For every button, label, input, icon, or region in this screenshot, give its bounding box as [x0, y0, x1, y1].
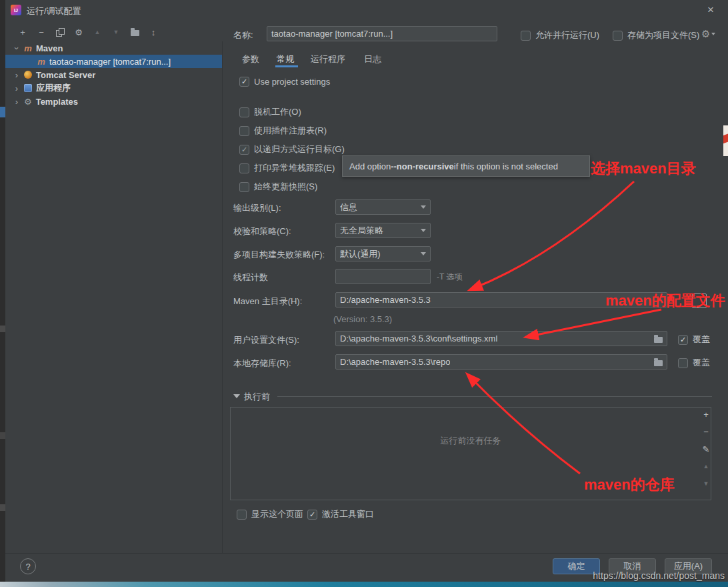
local-repo-override-checkbox[interactable]: 覆盖 — [678, 357, 710, 369]
chevron-down-icon[interactable]: › — [12, 45, 22, 51]
edit-defaults-button[interactable]: ⚙ — [73, 27, 84, 37]
checkbox-label: 使用插件注册表(R) — [254, 125, 327, 137]
maven-home-label: Maven 主目录(H): — [233, 296, 302, 308]
user-settings-label: 用户设置文件(S): — [233, 334, 299, 346]
offline-work-checkbox[interactable]: 脱机工作(O) — [239, 106, 301, 118]
sort-configs-button[interactable]: ↕ — [148, 27, 159, 37]
tree-item-tomcat-server[interactable]: › Tomcat Server — [5, 68, 222, 81]
new-folder-button[interactable] — [129, 27, 140, 37]
tree-item-maven[interactable]: › m Maven — [5, 41, 222, 55]
chevron-down-icon — [421, 252, 426, 255]
thread-count-label: 线程计数 — [233, 271, 268, 283]
checkbox-box — [678, 335, 688, 345]
tab-logs[interactable]: 日志 — [364, 53, 381, 65]
maven-home-input[interactable]: D:/apache-maven-3.5.3 — [335, 292, 667, 308]
local-repo-input[interactable]: D:\apache-maven-3.5.3\repo — [335, 354, 667, 370]
name-value: taotao-manager [tomcat7:run...] — [271, 29, 393, 39]
close-icon[interactable]: × — [704, 3, 717, 17]
folder-icon — [131, 30, 139, 36]
panel-divider[interactable] — [222, 41, 223, 554]
activate-tool-window-checkbox[interactable]: 激活工具窗口 — [307, 508, 374, 520]
input-value: D:/apache-maven-3.5.3 — [340, 295, 431, 305]
before-launch-move-up-button[interactable]: ▲ — [701, 460, 711, 472]
checkbox-label: 覆盖 — [693, 357, 710, 369]
tree-item-application[interactable]: › 应用程序 — [5, 81, 222, 95]
apply-button[interactable]: 应用(A) — [665, 558, 712, 574]
checkbox-label: 允许并行运行(U) — [535, 29, 599, 41]
before-launch-move-down-button[interactable]: ▼ — [701, 478, 711, 490]
checkbox-box — [239, 163, 249, 173]
combo-value: 无全局策略 — [340, 225, 383, 237]
checkbox-box — [239, 145, 249, 155]
cancel-button[interactable]: 取消 — [609, 558, 656, 574]
store-options-gear[interactable]: ⚙ — [701, 28, 715, 40]
checkbox-box — [239, 77, 249, 87]
copy-config-button[interactable] — [55, 27, 65, 37]
maven-home-browse-button[interactable] — [692, 294, 707, 308]
plugin-registry-checkbox[interactable]: 使用插件注册表(R) — [239, 125, 327, 137]
checksum-policy-label: 校验和策略(C): — [233, 225, 291, 237]
store-as-project-checkbox[interactable]: 存储为项目文件(S) — [613, 29, 699, 41]
browse-folder-icon[interactable] — [654, 360, 663, 366]
move-up-button[interactable]: ▲ — [92, 27, 103, 37]
user-settings-override-checkbox[interactable]: 覆盖 — [678, 334, 710, 346]
section-divider — [277, 396, 712, 397]
before-launch-add-button[interactable]: + — [701, 408, 711, 420]
tree-item-label: Templates — [36, 97, 78, 107]
use-project-settings-checkbox[interactable]: Use project settings — [239, 77, 330, 87]
checkbox-box — [678, 358, 688, 368]
update-snapshots-checkbox[interactable]: 始终更新快照(S) — [239, 181, 317, 193]
recursive-goals-checkbox[interactable]: 以递归方式运行目标(G) — [239, 143, 345, 155]
add-config-button[interactable]: + — [17, 27, 28, 37]
disclosure-triangle-icon[interactable] — [233, 394, 240, 398]
checkbox-label: 覆盖 — [693, 334, 710, 346]
ok-button[interactable]: 确定 — [553, 558, 600, 574]
checkbox-label: 激活工具窗口 — [322, 508, 374, 520]
tree-item-label: Maven — [36, 43, 63, 53]
tab-general[interactable]: 常规 — [277, 53, 294, 65]
intellij-logo-icon: IJ — [11, 5, 21, 15]
show-this-page-checkbox[interactable]: 显示这个页面 — [237, 508, 303, 520]
tab-parameters[interactable]: 参数 — [242, 53, 259, 65]
chevron-down-icon — [421, 229, 426, 232]
application-icon — [24, 84, 32, 92]
checksum-policy-combo[interactable]: 无全局策略 — [335, 223, 431, 238]
print-stacktrace-checkbox[interactable]: 打印异常堆栈跟踪(E) — [239, 162, 335, 174]
background-block — [0, 326, 5, 332]
chevron-right-icon[interactable]: › — [13, 97, 20, 107]
tomcat-icon — [24, 71, 32, 79]
non-recursive-tooltip: Add option --non-recursive if this optio… — [342, 155, 590, 177]
chevron-right-icon[interactable]: › — [13, 70, 20, 80]
checkbox-label: 始终更新快照(S) — [254, 181, 317, 193]
fail-policy-combo[interactable]: 默认(通用) — [335, 246, 431, 261]
checkbox-box — [237, 510, 247, 520]
before-launch-edit-button[interactable]: ✎ — [701, 443, 711, 455]
before-launch-list[interactable] — [230, 407, 711, 500]
chevron-down-icon — [421, 205, 426, 209]
copy-icon — [55, 27, 65, 37]
checkbox-box — [307, 510, 317, 520]
name-input[interactable]: taotao-manager [tomcat7:run...] — [267, 26, 497, 41]
background-fragment — [723, 125, 728, 156]
output-level-combo[interactable]: 信息 — [335, 199, 431, 215]
dialog-titlebar[interactable]: IJ 运行/调试配置 × — [5, 0, 728, 20]
desktop-background-strip — [0, 582, 728, 587]
output-level-label: 输出级别(L): — [233, 202, 281, 214]
input-value: D:\apache-maven-3.5.3\repo — [340, 357, 450, 367]
remove-config-button[interactable]: − — [36, 27, 47, 37]
tree-item-templates[interactable]: › ⚙ Templates — [5, 95, 222, 108]
templates-icon: ⚙ — [24, 97, 32, 107]
allow-parallel-checkbox[interactable]: 允许并行运行(U) — [521, 29, 599, 41]
name-label: 名称: — [233, 29, 253, 41]
move-down-button[interactable]: ▼ — [111, 27, 121, 37]
local-repo-label: 本地存储库(R): — [233, 358, 291, 370]
tree-item-taotao-manager[interactable]: m taotao-manager [tomcat7:run...] — [5, 55, 222, 68]
browse-folder-icon[interactable] — [654, 337, 663, 343]
user-settings-input[interactable]: D:\apache-maven-3.5.3\conf\settings.xml — [335, 331, 667, 346]
before-launch-remove-button[interactable]: − — [701, 426, 711, 438]
chevron-right-icon[interactable]: › — [13, 83, 20, 93]
help-button[interactable]: ? — [20, 558, 36, 574]
tree-item-label: 应用程序 — [36, 82, 71, 94]
thread-count-input[interactable] — [335, 269, 431, 284]
tab-runner[interactable]: 运行程序 — [311, 53, 345, 65]
